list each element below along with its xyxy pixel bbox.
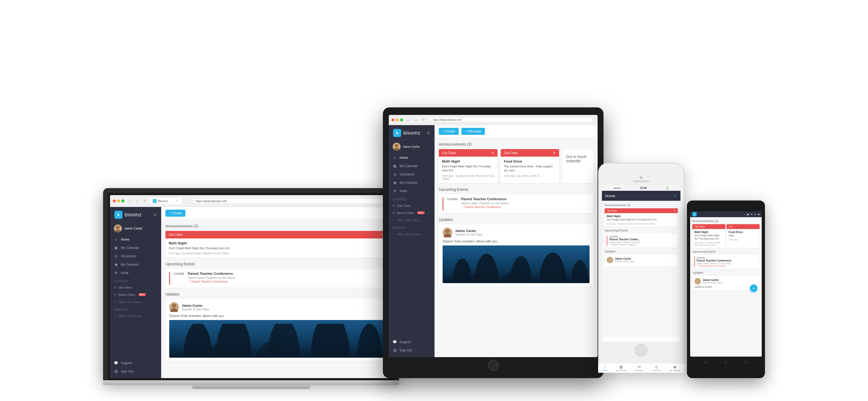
sidebar-item-volunteers[interactable]: ◎ Volunteers bbox=[110, 252, 161, 260]
tablet-event-card-1: 9:00AM Parent Teacher Conference Jaime C… bbox=[439, 194, 593, 213]
android-recents-btn[interactable]: □ bbox=[745, 360, 747, 364]
tablet-calendar-label: My Calendar bbox=[400, 164, 418, 168]
tablet-gear-icon[interactable]: ⚙ bbox=[427, 131, 430, 135]
android-home-btn[interactable]: ○ bbox=[724, 360, 727, 364]
tablet-event-link-1[interactable]: ♡ Parent-Teacher Conference bbox=[461, 205, 590, 209]
volunteers-label: Volunteers bbox=[121, 254, 136, 258]
home-label: Home bbox=[121, 238, 129, 241]
groups-section-label: Groups bbox=[110, 305, 161, 312]
tablet-add-group[interactable]: ＋ Add / Join Group ... bbox=[389, 230, 435, 238]
tablet-main: + Create + Message Announcements (2) Lil… bbox=[435, 125, 597, 357]
tablet-add-class-label: Add / Join Class ... bbox=[398, 219, 423, 222]
dot-green[interactable] bbox=[121, 199, 124, 203]
reload-button[interactable]: ↺ bbox=[142, 199, 148, 203]
svg-point-10 bbox=[393, 148, 400, 151]
tablet-reload[interactable]: ↺ bbox=[420, 118, 426, 121]
tablet-url-bar[interactable]: https://www.bloomz.net/ bbox=[431, 117, 593, 122]
android-back-btn[interactable]: ‹ bbox=[705, 360, 706, 365]
android-status-bar: b ⌂ ▦ ✉ ◎ ◉ bbox=[690, 211, 762, 217]
tablet-ann-meta-1: 6 hrs ago - by Jaime Carter (Teacher of … bbox=[442, 175, 494, 180]
ios-ann-class-1: Lila Class bbox=[607, 209, 617, 212]
tablet-add-class[interactable]: ＋ Add / Join Class ... bbox=[389, 216, 435, 224]
tablet-signout[interactable]: ⏻ Sign Out bbox=[389, 346, 435, 354]
sidebar-item-calendar[interactable]: ▦ My Calendar bbox=[110, 244, 161, 252]
tablet-nav-invite[interactable]: ✉ Invite bbox=[389, 187, 435, 195]
tablet-ann-close-2[interactable]: ✕ bbox=[553, 151, 556, 155]
tablet-nav-contacts[interactable]: ◉ My Contacts bbox=[389, 179, 435, 187]
forward-button[interactable]: › bbox=[134, 199, 140, 203]
tablet-event-border bbox=[443, 197, 443, 211]
tablet-message-btn[interactable]: + Message bbox=[461, 128, 485, 135]
browser-tab[interactable]: b Bloomz ✕ bbox=[150, 198, 182, 204]
ann-text-1: Don't forget Math Night this Thursday fr… bbox=[169, 246, 384, 250]
dot-red[interactable] bbox=[113, 199, 116, 203]
dot-yellow[interactable] bbox=[117, 199, 120, 203]
tablet-ann-close-1[interactable]: ✕ bbox=[491, 151, 494, 155]
sidebar-add-class[interactable]: ＋ Add / Join Class ... bbox=[110, 298, 161, 305]
tablet-back[interactable]: ‹ bbox=[405, 118, 411, 122]
tablet-events-section: Upcoming Events 9:00AM Parent Teacher Co… bbox=[439, 187, 593, 213]
sidebar-item-invite[interactable]: ✉ Invite bbox=[110, 269, 161, 277]
ios-ann-body-1: Math Night Don't forget Math Night this … bbox=[604, 213, 678, 226]
create-button[interactable]: + Create bbox=[165, 210, 185, 217]
tab-close[interactable]: ✕ bbox=[175, 199, 177, 203]
updates-title: Updates bbox=[165, 292, 388, 296]
tablet-logo-text: bloomz bbox=[403, 130, 421, 136]
android-ann-meta-1: 5 hrs ago - by Jaime Carter (Teacher of … bbox=[694, 241, 723, 246]
android-scroll[interactable]: Announcements (2) Lila Class Math Night … bbox=[690, 217, 762, 295]
phone-white-home-button[interactable] bbox=[635, 344, 647, 357]
sidebar-lila-class[interactable]: ⊞ Lila Class bbox=[110, 284, 161, 291]
android-event-border bbox=[694, 256, 695, 267]
tablet-ann-title: Announcements (2) bbox=[439, 142, 593, 146]
ios-scroll[interactable]: Announcements (2) Lila Class ✕ Math Nigh… bbox=[602, 201, 680, 271]
tablet-support-label: Support bbox=[400, 340, 411, 344]
ios-home-label: Home bbox=[605, 194, 615, 198]
tablet-nav-volunteers[interactable]: ◎ Volunteers bbox=[389, 170, 435, 179]
tablet-dot-red[interactable] bbox=[392, 118, 395, 121]
tablet-home-button[interactable] bbox=[488, 360, 499, 371]
sidebar-signout[interactable]: ⏻ Sign Out bbox=[110, 367, 161, 375]
browser-nav: ‹ › ↺ bbox=[126, 199, 148, 203]
sidebar-demo-class[interactable]: ⊞ Demo Class New! bbox=[110, 291, 161, 298]
tablet-nav-home[interactable]: ⌂ Home bbox=[389, 153, 435, 162]
tab-favicon: b bbox=[153, 199, 157, 203]
tablet-nav-calendar[interactable]: ▦ My Calendar bbox=[389, 162, 435, 170]
android-fab[interactable]: ＋ bbox=[750, 284, 757, 292]
tablet-lila-class[interactable]: ⊞ Lila Class bbox=[389, 202, 435, 209]
tablet-support[interactable]: 💬 Support bbox=[389, 338, 435, 346]
tablet-forward[interactable]: › bbox=[413, 118, 418, 122]
tablet-ann-header-2: Lila Class ✕ bbox=[501, 149, 559, 157]
tablet-update-text: Shared 'Kids Activities' album with you bbox=[443, 240, 590, 243]
laptop-sidebar: b bloomz ⚙ Jaime Carter bbox=[110, 207, 161, 378]
gear-icon[interactable]: ⚙ bbox=[153, 213, 157, 217]
tablet-ann-header-1: Lila Class ✕ bbox=[439, 149, 497, 157]
tablet-contacts-label: My Contacts bbox=[400, 181, 417, 185]
calendar-label: My Calendar bbox=[121, 246, 139, 250]
ios-ann-close-1[interactable]: ✕ bbox=[674, 209, 676, 212]
tablet-update-role: Teacher of Lila Class bbox=[455, 233, 483, 236]
ios-update-header-1: Jaime Carter Teacher of Lila Class bbox=[607, 257, 676, 263]
tablet-demo-class[interactable]: ⊞ Demo Class New! bbox=[389, 209, 435, 216]
support-label: Support bbox=[121, 361, 132, 365]
tablet-ann-text-1: Don't forget Math Night this Thursday fr… bbox=[442, 164, 494, 173]
svg-point-2 bbox=[172, 304, 176, 308]
url-bar[interactable]: https://www.bloomz.net/ bbox=[193, 198, 387, 204]
tablet-dot-green[interactable] bbox=[400, 118, 403, 121]
back-button[interactable]: ‹ bbox=[126, 199, 132, 203]
tablet-dot-yellow[interactable] bbox=[396, 118, 399, 121]
logo-icon: b bbox=[114, 211, 122, 219]
new-tab-btn[interactable] bbox=[185, 199, 189, 203]
sidebar-add-group[interactable]: ＋ Add / Join Group ... bbox=[110, 312, 161, 319]
ios-plus-btn[interactable]: ＋ bbox=[673, 193, 677, 198]
sidebar-support[interactable]: 💬 Support bbox=[110, 359, 161, 367]
tablet-scroll[interactable]: Announcements (2) Lila Class ✕ Math Nigh… bbox=[435, 138, 597, 357]
android-event-link[interactable]: ♡ Parent-Teacher Conference bbox=[696, 265, 731, 267]
laptop-scroll[interactable]: Announcements (2) Lila Class ✕ Math bbox=[161, 220, 392, 378]
tablet-create-btn[interactable]: + Create bbox=[439, 128, 459, 135]
android-event-details: 9:00AM Parent Teacher Conference Jaime C… bbox=[696, 256, 731, 267]
sidebar-user: Jaime Carter bbox=[110, 222, 161, 235]
signout-icon: ⏻ bbox=[114, 369, 118, 373]
sidebar-item-home[interactable]: ⌂ Home bbox=[110, 235, 161, 244]
event-link-1[interactable]: ♡ Parent-Teacher Conference bbox=[188, 280, 384, 283]
sidebar-item-contacts[interactable]: ◉ My Contacts bbox=[110, 260, 161, 269]
